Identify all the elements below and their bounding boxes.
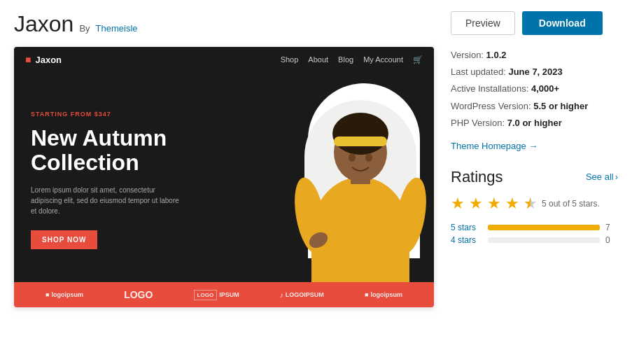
ratings-section: Ratings See all › ★ ★ ★ ★ ★★ 5 out of 5 … — [451, 168, 618, 245]
active-installs-item: Active Installations: 4,000+ — [451, 83, 618, 95]
logos-bar: ■ logoipsum LOGO LOGOIPSUM ♪LOGOIPSUM ■l… — [14, 282, 434, 307]
theme-meta: Version: 1.0.2 Last updated: June 7, 202… — [451, 49, 618, 130]
nav-account[interactable]: My Account — [363, 55, 403, 64]
hero-section: STARTING FROM $347 New Autumn Collection… — [14, 72, 434, 282]
theme-homepage-link[interactable]: Theme Homepage → — [451, 141, 618, 151]
see-all-label: See all — [586, 172, 614, 182]
star-1: ★ — [451, 195, 465, 213]
hero-title: New Autumn Collection — [31, 126, 228, 175]
version-item: Version: 1.0.2 — [451, 49, 618, 62]
star-2: ★ — [469, 195, 483, 213]
logo-2: LOGO — [124, 289, 153, 300]
see-all-link[interactable]: See all › — [586, 172, 618, 182]
star-5-half: ★★ — [524, 195, 538, 213]
cart-icon[interactable]: 🛒 — [413, 55, 423, 64]
theme-title-row: Jaxon By Themeisle — [14, 11, 434, 37]
theme-logo-icon: ■ — [25, 54, 31, 65]
logo-5: ■logoipsum — [365, 291, 402, 298]
nav-blog[interactable]: Blog — [338, 55, 353, 64]
logo-4: ♪LOGOIPSUM — [280, 291, 324, 299]
preview-frame: ■ Jaxon Shop About Blog My Account 🛒 STA… — [14, 47, 434, 307]
star-3: ★ — [487, 195, 501, 213]
hero-person-illustration — [290, 79, 430, 282]
svg-point-10 — [365, 153, 372, 162]
nav-about[interactable]: About — [308, 55, 328, 64]
php-version-value: 7.0 or higher — [507, 118, 562, 128]
bar-count-4: 0 — [605, 235, 616, 245]
svg-point-7 — [332, 113, 388, 155]
svg-point-9 — [349, 153, 356, 162]
wp-version-label: WordPress Version: — [451, 101, 531, 111]
bar-count-5: 7 — [605, 223, 616, 232]
preview-button[interactable]: Preview — [451, 11, 515, 35]
logo-1: ■ logoipsum — [45, 291, 83, 298]
ratings-header: Ratings See all › — [451, 168, 618, 186]
action-buttons: Preview Download — [451, 11, 618, 35]
last-updated-label: Last updated: — [451, 66, 506, 77]
hero-content: STARTING FROM $347 New Autumn Collection… — [14, 72, 245, 282]
rating-bar-row-5: 5 stars 7 — [451, 223, 618, 232]
svg-rect-8 — [334, 136, 387, 146]
hero-cta-button[interactable]: SHOP NOW — [31, 230, 97, 249]
wp-version-item: WordPress Version: 5.5 or higher — [451, 100, 618, 113]
last-updated-value: June 7, 2023 — [508, 66, 562, 77]
last-updated-item: Last updated: June 7, 2023 — [451, 66, 618, 78]
logo-3: LOGOIPSUM — [194, 290, 239, 300]
bar-fill-5 — [488, 225, 600, 230]
theme-name: Jaxon — [14, 11, 73, 37]
see-all-chevron: › — [615, 172, 618, 182]
hero-starting-text: STARTING FROM $347 — [31, 111, 228, 118]
php-version-label: PHP Version: — [451, 118, 505, 128]
stars-row: ★ ★ ★ ★ ★★ 5 out of 5 stars. — [451, 195, 618, 213]
active-installs-value: 4,000+ — [531, 83, 559, 94]
stars-label: 5 out of 5 stars. — [542, 199, 600, 209]
bar-label-4: 4 stars — [451, 235, 482, 245]
theme-logo: ■ Jaxon — [25, 54, 62, 65]
php-version-item: PHP Version: 7.0 or higher — [451, 117, 618, 130]
theme-logo-text: Jaxon — [35, 55, 62, 65]
left-column: Jaxon By Themeisle ■ Jaxon Shop About Bl… — [14, 11, 434, 307]
star-4: ★ — [505, 195, 519, 213]
rating-bars: 5 stars 7 4 stars 0 — [451, 223, 618, 245]
theme-nav-bar: ■ Jaxon Shop About Blog My Account 🛒 — [14, 47, 434, 72]
download-button[interactable]: Download — [522, 11, 603, 35]
active-installs-label: Active Installations: — [451, 83, 528, 94]
theme-by-label: By — [79, 23, 90, 34]
hero-image-area — [245, 72, 434, 282]
nav-shop[interactable]: Shop — [281, 55, 299, 64]
hero-description: Lorem ipsum dolor sit amet, consectetur … — [31, 185, 185, 216]
rating-bar-row-4: 4 stars 0 — [451, 235, 618, 245]
theme-nav-links: Shop About Blog My Account 🛒 — [281, 55, 423, 64]
bar-label-5: 5 stars — [451, 223, 482, 232]
theme-author-link[interactable]: Themeisle — [96, 23, 138, 34]
bar-track-4 — [488, 237, 600, 243]
wp-version-value: 5.5 or higher — [533, 101, 588, 111]
version-value: 1.0.2 — [486, 50, 507, 60]
ratings-title: Ratings — [451, 168, 503, 186]
bar-track-5 — [488, 225, 600, 230]
right-column: Preview Download Version: 1.0.2 Last upd… — [451, 11, 618, 307]
svg-rect-2 — [311, 205, 409, 282]
